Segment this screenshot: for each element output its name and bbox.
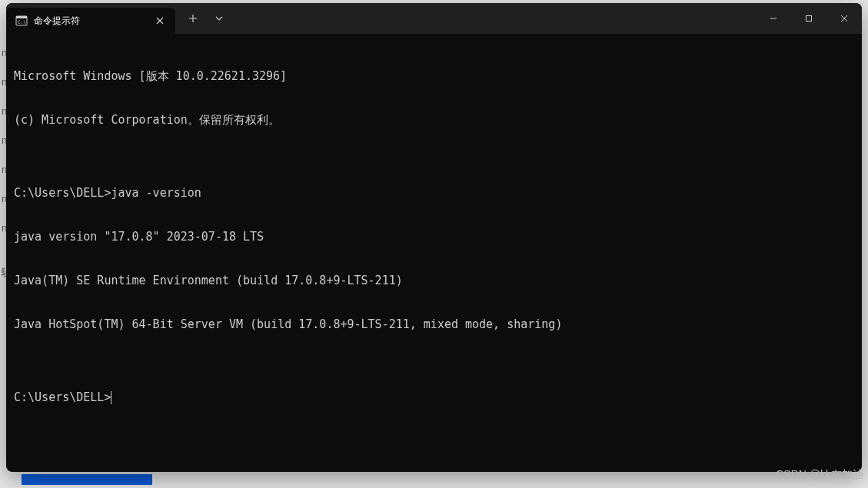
maximize-button[interactable] [791, 3, 826, 34]
new-tab-button[interactable] [181, 8, 205, 29]
tab-cmd[interactable]: C:\ 命令提示符 [6, 8, 175, 34]
window-controls [756, 3, 862, 34]
background-blue-strip [22, 474, 152, 485]
terminal-window: C:\ 命令提示符 [6, 3, 862, 472]
output-line: Java HotSpot(TM) 64-Bit Server VM (build… [14, 317, 854, 332]
output-line: Microsoft Windows [版本 10.0.22621.3296] [14, 69, 854, 84]
minimize-button[interactable] [756, 3, 791, 34]
cmd-icon: C:\ [15, 15, 28, 27]
output-line: java version "17.0.8" 2023-07-18 LTS [14, 230, 854, 244]
terminal-output[interactable]: Microsoft Windows [版本 10.0.22621.3296] (… [6, 34, 862, 472]
output-line: Java(TM) SE Runtime Environment (build 1… [14, 274, 854, 288]
titlebar[interactable]: C:\ 命令提示符 [6, 3, 862, 34]
tab-close-button[interactable] [152, 13, 168, 28]
svg-rect-3 [806, 16, 812, 22]
watermark: CSDN @kk在加油 [776, 468, 863, 482]
titlebar-actions [175, 3, 237, 34]
cursor [111, 391, 111, 404]
tab-title: 命令提示符 [34, 15, 146, 28]
prompt-line: C:\Users\DELL> [14, 390, 854, 405]
prompt-text: C:\Users\DELL> [14, 390, 111, 404]
output-line: C:\Users\DELL>java -version [14, 186, 854, 201]
svg-rect-1 [16, 16, 27, 18]
close-button[interactable] [826, 3, 862, 34]
titlebar-drag-area[interactable] [237, 3, 756, 34]
svg-text:C:\: C:\ [18, 19, 26, 25]
output-line: (c) Microsoft Corporation。保留所有权利。 [14, 113, 854, 128]
tab-dropdown-button[interactable] [208, 8, 231, 29]
